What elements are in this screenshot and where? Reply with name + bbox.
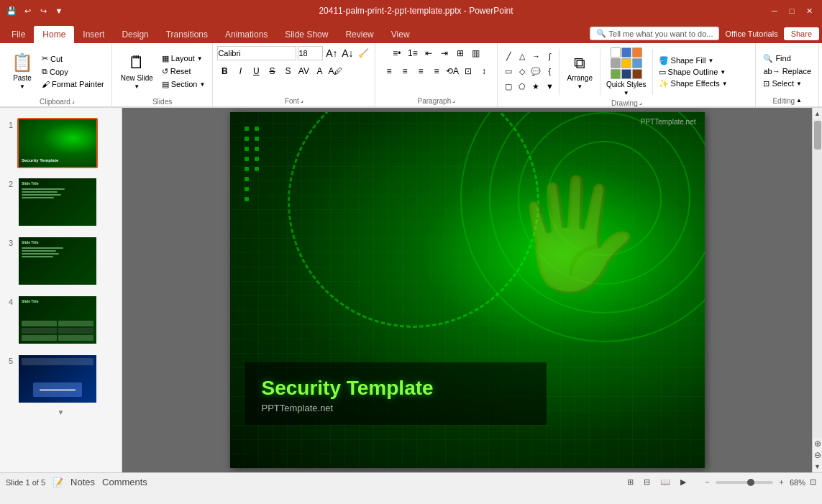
zoom-slider[interactable] bbox=[716, 481, 773, 484]
shape-brace[interactable]: { bbox=[543, 65, 556, 78]
zoom-in-btn[interactable]: ＋ bbox=[777, 477, 785, 487]
paste-button[interactable]: 📋 Paste ▼ bbox=[7, 46, 37, 96]
title-box[interactable]: Security Template PPTTemplate.net bbox=[245, 362, 547, 425]
close-button[interactable]: ✕ bbox=[802, 4, 816, 18]
drawing-expand[interactable]: ⌟ bbox=[639, 99, 642, 106]
font-color-button[interactable]: A bbox=[312, 64, 326, 78]
columns-button[interactable]: ▥ bbox=[469, 46, 483, 60]
shape-curve[interactable]: ∫ bbox=[543, 50, 556, 63]
share-button[interactable]: Share bbox=[784, 27, 819, 40]
replace-button[interactable]: ab→ Replace bbox=[760, 65, 814, 77]
shape-arrow[interactable]: → bbox=[529, 50, 542, 63]
slide-sorter-button[interactable]: ⊟ bbox=[641, 477, 653, 487]
bullets-button[interactable]: ≡• bbox=[390, 46, 404, 60]
undo-icon[interactable]: ↩ bbox=[22, 5, 33, 17]
search-box[interactable]: 🔍 Tell me what you want to do... bbox=[590, 27, 720, 40]
slide-thumb-1[interactable]: 1 Security Template bbox=[0, 112, 122, 171]
tab-review[interactable]: Review bbox=[337, 26, 382, 43]
font-size-input[interactable] bbox=[298, 46, 323, 60]
font-expand[interactable]: ⌟ bbox=[301, 97, 303, 104]
scroll-thumb[interactable] bbox=[814, 121, 821, 150]
shape-star[interactable]: ★ bbox=[529, 80, 542, 93]
line-spacing[interactable]: ↕ bbox=[477, 64, 491, 78]
justify[interactable]: ≡ bbox=[429, 64, 444, 78]
new-slide-button[interactable]: 🗒 New Slide ▼ bbox=[117, 46, 157, 96]
spacing-button[interactable]: AV bbox=[296, 64, 311, 78]
decrease-indent[interactable]: ⇤ bbox=[421, 46, 436, 60]
reading-view-button[interactable]: 📖 bbox=[657, 477, 673, 487]
section-button[interactable]: ▤ Section ▼ bbox=[159, 78, 209, 91]
copy-button[interactable]: ⧉ Copy bbox=[39, 65, 107, 78]
tab-home[interactable]: Home bbox=[34, 26, 74, 43]
shape-round-rect[interactable]: ▢ bbox=[502, 80, 515, 93]
smartart-button[interactable]: ⊞ bbox=[453, 46, 467, 60]
zoom-thumb[interactable] bbox=[747, 479, 754, 486]
shape-triangle[interactable]: △ bbox=[516, 50, 529, 63]
shape-fill-button[interactable]: 🪣 Shape Fill ▼ bbox=[656, 55, 731, 66]
shapes-more[interactable]: ▼ bbox=[543, 80, 556, 93]
font-size-increase[interactable]: A↑ bbox=[324, 46, 339, 60]
select-dropdown[interactable]: ▼ bbox=[796, 81, 802, 87]
scroll-track[interactable] bbox=[813, 119, 823, 438]
paste-dropdown[interactable]: ▼ bbox=[19, 83, 25, 90]
underline-button[interactable]: U bbox=[249, 64, 263, 78]
font-highlight-button[interactable]: A🖊 bbox=[328, 64, 342, 78]
slide-panel[interactable]: 1 Security Template 2 Slide Title bbox=[0, 108, 122, 472]
new-slide-dropdown[interactable]: ▼ bbox=[134, 83, 140, 90]
find-button[interactable]: 🔍 Find bbox=[760, 52, 814, 65]
shadow-button[interactable]: S bbox=[280, 64, 295, 78]
ribbon-collapse[interactable]: ▲ bbox=[796, 97, 802, 104]
tab-animations[interactable]: Animations bbox=[216, 26, 276, 43]
shape-outline-dropdown[interactable]: ▼ bbox=[720, 69, 726, 75]
cut-button[interactable]: ✂ Cut bbox=[39, 52, 107, 65]
shape-rect[interactable]: ▭ bbox=[502, 65, 515, 78]
font-name-input[interactable] bbox=[217, 46, 296, 60]
clipboard-expand[interactable]: ⌟ bbox=[72, 98, 75, 104]
convert-to-smartart[interactable]: ⊡ bbox=[461, 64, 475, 78]
paragraph-expand[interactable]: ⌟ bbox=[452, 97, 455, 104]
tab-file[interactable]: File bbox=[3, 26, 34, 43]
strikethrough-button[interactable]: S bbox=[265, 64, 279, 78]
text-direction[interactable]: ⟲A bbox=[445, 64, 460, 78]
clear-format-button[interactable]: 🧹 bbox=[356, 46, 370, 60]
numbering-button[interactable]: 1≡ bbox=[406, 46, 420, 60]
select-button[interactable]: ⊡ Select ▼ bbox=[760, 78, 814, 90]
tab-design[interactable]: Design bbox=[113, 26, 157, 43]
shape-fill-dropdown[interactable]: ▼ bbox=[708, 58, 713, 64]
scroll-down-button[interactable]: ▼ bbox=[813, 461, 823, 472]
arrange-dropdown[interactable]: ▼ bbox=[577, 83, 583, 90]
zoom-out-icon[interactable]: ⊖ bbox=[813, 449, 823, 461]
slide-thumb-5[interactable]: 5 bbox=[0, 348, 122, 407]
zoom-in-icon[interactable]: ⊕ bbox=[813, 438, 823, 449]
shape-outline-button[interactable]: ▭ Shape Outline ▼ bbox=[656, 67, 731, 78]
shape-callout[interactable]: 💬 bbox=[529, 65, 542, 78]
section-dropdown[interactable]: ▼ bbox=[199, 81, 205, 88]
notes-button[interactable]: Notes bbox=[70, 477, 95, 487]
right-scrollbar[interactable]: ▲ ⊕ ⊖ ▼ bbox=[812, 108, 822, 472]
comments-button[interactable]: Comments bbox=[102, 477, 147, 487]
tab-view[interactable]: View bbox=[383, 26, 419, 43]
slide-panel-scroll-down[interactable]: ▼ bbox=[0, 407, 122, 418]
layout-dropdown[interactable]: ▼ bbox=[197, 55, 203, 62]
reset-button[interactable]: ↺ Reset bbox=[159, 65, 209, 78]
minimize-button[interactable]: ─ bbox=[767, 4, 782, 18]
arrange-button[interactable]: ⧉ Arrange ▼ bbox=[562, 50, 597, 93]
shape-pentagon[interactable]: ⬠ bbox=[516, 80, 529, 93]
zoom-out-btn[interactable]: － bbox=[703, 477, 711, 487]
align-center[interactable]: ≡ bbox=[398, 64, 412, 78]
customize-icon[interactable]: ▼ bbox=[53, 5, 65, 17]
tab-slideshow[interactable]: Slide Show bbox=[276, 26, 337, 43]
italic-button[interactable]: I bbox=[233, 64, 247, 78]
layout-button[interactable]: ▦ Layout ▼ bbox=[159, 52, 209, 65]
scroll-up-button[interactable]: ▲ bbox=[813, 108, 823, 119]
bold-button[interactable]: B bbox=[217, 64, 232, 78]
tab-insert[interactable]: Insert bbox=[74, 26, 113, 43]
increase-indent[interactable]: ⇥ bbox=[437, 46, 452, 60]
redo-icon[interactable]: ↪ bbox=[37, 5, 49, 17]
shape-effects-dropdown[interactable]: ▼ bbox=[722, 81, 728, 87]
tab-transitions[interactable]: Transitions bbox=[157, 26, 216, 43]
canvas-area[interactable]: 🖐 PPTTemplate.net Security Template PPTT… bbox=[122, 108, 812, 472]
quick-styles-dropdown[interactable]: ▼ bbox=[624, 90, 629, 96]
slide-thumb-4[interactable]: 4 Slide Title bbox=[0, 289, 122, 348]
font-size-decrease[interactable]: A↓ bbox=[340, 46, 355, 60]
